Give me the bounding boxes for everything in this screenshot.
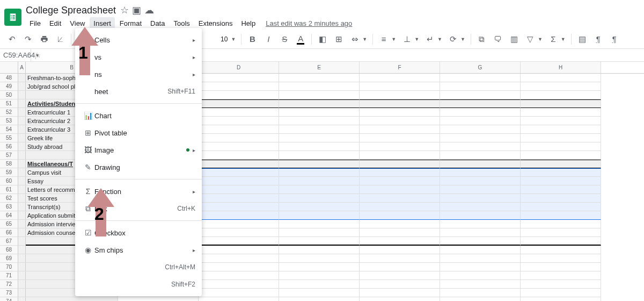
- cell[interactable]: [440, 211, 521, 220]
- cell[interactable]: [279, 151, 360, 160]
- cell[interactable]: [279, 91, 360, 99]
- cell[interactable]: [18, 91, 26, 99]
- row-header[interactable]: 67: [0, 237, 18, 246]
- insert-chart-button[interactable]: ▥: [507, 32, 522, 47]
- menu-help[interactable]: Help: [237, 17, 259, 30]
- cell[interactable]: [199, 237, 279, 246]
- cell[interactable]: [199, 271, 279, 280]
- merge-button[interactable]: ⇔: [347, 32, 362, 47]
- menu-item[interactable]: 🖼Image▸: [75, 141, 202, 159]
- cell[interactable]: [521, 177, 601, 185]
- filter-button[interactable]: ▽: [523, 32, 538, 47]
- cell[interactable]: [18, 117, 26, 125]
- cell[interactable]: [440, 82, 521, 91]
- row-header[interactable]: 59: [0, 168, 18, 177]
- halign-button[interactable]: ≡: [376, 32, 391, 47]
- cell[interactable]: [440, 254, 521, 263]
- row-header[interactable]: 74: [0, 297, 18, 301]
- col-header-e[interactable]: E: [279, 62, 360, 73]
- textcolor-button[interactable]: A: [293, 32, 308, 47]
- row-header[interactable]: 72: [0, 280, 18, 289]
- cell[interactable]: [18, 194, 26, 203]
- cell[interactable]: [360, 289, 440, 297]
- cell[interactable]: [279, 254, 360, 263]
- cell[interactable]: [199, 185, 279, 194]
- menu-item[interactable]: ⊞Pivot table: [75, 124, 202, 141]
- borders-button[interactable]: ⊞: [331, 32, 346, 47]
- row-header[interactable]: 71: [0, 271, 18, 280]
- cell[interactable]: [360, 254, 440, 263]
- toolbar-extra3[interactable]: ¶: [607, 32, 622, 47]
- cloud-icon[interactable]: ☁: [144, 4, 154, 16]
- cell[interactable]: [18, 185, 26, 194]
- cell[interactable]: [521, 142, 601, 151]
- cell[interactable]: [521, 160, 601, 168]
- functions-button[interactable]: Σ: [546, 32, 561, 47]
- cell[interactable]: [521, 297, 601, 301]
- cell[interactable]: [18, 99, 26, 108]
- row-header[interactable]: 68: [0, 246, 18, 254]
- move-icon[interactable]: ▣: [132, 4, 141, 16]
- cell[interactable]: [521, 211, 601, 220]
- cell[interactable]: [199, 160, 279, 168]
- cell[interactable]: [199, 289, 279, 297]
- cell[interactable]: [440, 203, 521, 211]
- cell[interactable]: [360, 99, 440, 108]
- cell[interactable]: [199, 117, 279, 125]
- cell[interactable]: [199, 263, 279, 271]
- cell[interactable]: [199, 220, 279, 228]
- cell[interactable]: [521, 246, 601, 254]
- row-header[interactable]: 65: [0, 220, 18, 228]
- col-header-g[interactable]: G: [440, 62, 521, 73]
- cell[interactable]: [199, 134, 279, 142]
- cell[interactable]: [440, 151, 521, 160]
- cell[interactable]: [279, 134, 360, 142]
- menu-item[interactable]: Shift+F2: [75, 276, 202, 293]
- cell[interactable]: [440, 117, 521, 125]
- cell[interactable]: [521, 168, 601, 177]
- valign-button[interactable]: ⊥: [399, 32, 414, 47]
- toolbar-extra2[interactable]: ¶: [591, 32, 606, 47]
- cell[interactable]: [199, 228, 279, 237]
- cell[interactable]: [279, 168, 360, 177]
- row-header[interactable]: 54: [0, 125, 18, 134]
- row-header[interactable]: 63: [0, 203, 18, 211]
- row-header[interactable]: 56: [0, 142, 18, 151]
- cell[interactable]: [199, 91, 279, 99]
- cell[interactable]: [279, 237, 360, 246]
- row-header[interactable]: 57: [0, 151, 18, 160]
- cell[interactable]: [18, 142, 26, 151]
- cell[interactable]: [18, 237, 26, 246]
- cell[interactable]: [440, 263, 521, 271]
- cell[interactable]: [279, 263, 360, 271]
- fillcolor-button[interactable]: ◧: [315, 32, 330, 47]
- cell[interactable]: [440, 185, 521, 194]
- cell[interactable]: [440, 237, 521, 246]
- row-header[interactable]: 53: [0, 117, 18, 125]
- redo-button[interactable]: ↷: [20, 32, 35, 47]
- cell[interactable]: [18, 203, 26, 211]
- row-header[interactable]: 55: [0, 134, 18, 142]
- cell[interactable]: [279, 160, 360, 168]
- cell[interactable]: [360, 91, 440, 99]
- cell[interactable]: [440, 160, 521, 168]
- cell[interactable]: [279, 117, 360, 125]
- cell[interactable]: [279, 280, 360, 289]
- cell[interactable]: [440, 134, 521, 142]
- bold-button[interactable]: B: [245, 32, 260, 47]
- italic-button[interactable]: I: [261, 32, 276, 47]
- cell[interactable]: [440, 280, 521, 289]
- row-header[interactable]: 64: [0, 211, 18, 220]
- cell[interactable]: [440, 125, 521, 134]
- cell[interactable]: [521, 203, 601, 211]
- menu-item[interactable]: ◉Sm chips▸: [75, 241, 202, 259]
- cell[interactable]: [199, 280, 279, 289]
- cell[interactable]: [199, 82, 279, 91]
- cell[interactable]: [440, 177, 521, 185]
- cell[interactable]: [521, 220, 601, 228]
- cell[interactable]: [360, 228, 440, 237]
- row-header[interactable]: 61: [0, 185, 18, 194]
- cell[interactable]: [360, 280, 440, 289]
- paint-format-button[interactable]: ⟀: [53, 32, 68, 47]
- cell[interactable]: [521, 237, 601, 246]
